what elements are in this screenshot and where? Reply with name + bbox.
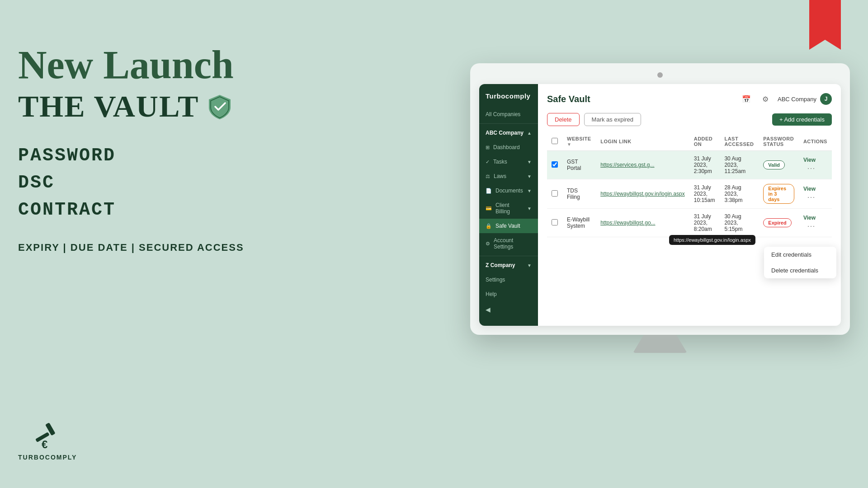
expiry-line: EXPIRY | DUE DATE | SECURED ACCESS [18,242,253,253]
row3-checkbox[interactable] [552,219,558,225]
features-list: Password Dsc Contract [18,142,253,224]
tasks-chevron-icon: ▼ [527,160,532,164]
row2-login-link[interactable]: https://ewaybillgst.gov.in/login.aspx [600,191,685,197]
calendar-icon[interactable]: 📅 [740,92,753,106]
sidebar-item-tasks[interactable]: ✓ Tasks ▼ [479,155,538,169]
status-badge-expires: Expires in 3 days [763,184,794,204]
sidebar-section-z[interactable]: Z Company ▼ [479,258,538,272]
row3-accessed: 30 Aug 2023, 5:15pm [720,209,759,237]
bookmark-ribbon [809,0,841,50]
row2-more-icon[interactable]: ⋯ [807,192,815,202]
vault-table: WEBSITE ▼ LOGIN LINK ADDED ON LAST ACCES… [547,132,832,237]
status-badge-valid: Valid [763,160,785,169]
main-panel: Safe Vault 📅 ⚙ ABC Company J Delete [538,84,841,326]
col-actions: ACTIONS [799,132,832,151]
row3-more-icon[interactable]: ⋯ [807,221,815,230]
col-login-link: LOGIN LINK [596,132,689,151]
table-header: WEBSITE ▼ LOGIN LINK ADDED ON LAST ACCES… [547,132,832,151]
row2-website: TDS Filing [562,179,596,209]
row1-actions: View ⋯ [799,151,832,179]
row2-added: 31 July 2023, 10:15am [689,179,720,209]
row2-checkbox[interactable] [552,190,558,197]
turbocomply-logo-icon: € [32,420,63,452]
sidebar-collapse-button[interactable]: ◀ [479,301,538,318]
tasks-label: Tasks [493,159,524,165]
screen: Turbocomply All Companies ABC Company ▲ … [470,63,850,335]
sidebar-item-dashboard[interactable]: ⊞ Dashboard [479,140,538,155]
add-credentials-button[interactable]: + Add credentials [772,113,832,126]
row2-status: Expires in 3 days [759,179,799,209]
tooltip: https://ewaybillgst.gov.in/login.aspx [669,235,755,245]
row2-link: https://ewaybillgst.gov.in/login.aspx [596,179,689,209]
billing-icon: 💳 [486,206,492,211]
headline2: THE VAULT [18,89,199,124]
row1-checkbox[interactable] [552,161,558,168]
row1-login-link[interactable]: https://services.gst.g... [600,162,654,168]
documents-icon: 📄 [486,188,492,194]
row1-added: 31 July 2023, 2:30pm [689,151,720,179]
row1-accessed: 30 Aug 2023, 11:25am [720,151,759,179]
company-badge: ABC Company J [778,93,832,105]
table-row: TDS Filing https://ewaybillgst.gov.in/lo… [547,179,832,209]
row1-checkbox-cell [547,151,562,179]
row2-accessed: 28 Aug 2023, 3:38pm [720,179,759,209]
context-edit-credentials[interactable]: Edit credentials [764,247,836,263]
context-delete-credentials[interactable]: Delete credentials [764,263,836,278]
feature-password: Password [18,142,253,169]
monitor-container: Turbocomply All Companies ABC Company ▲ … [470,63,850,353]
row3-added: 31 July 2023, 8:20am [689,209,720,237]
row1-website: GST Portal [562,151,596,179]
collapse-icon: ◀ [486,306,491,313]
status-badge-expired: Expired [763,218,791,227]
row1-more-icon[interactable]: ⋯ [807,164,815,173]
svg-text:€: € [42,438,47,450]
settings-label: Settings [486,277,532,283]
select-all-checkbox[interactable] [552,138,558,144]
sidebar-item-documents[interactable]: 📄 Documents ▼ [479,183,538,198]
sidebar-item-safe-vault[interactable]: 🔒 Safe Vault [479,219,538,233]
row3-login-link[interactable]: https://ewaybillgst.go... [600,220,655,226]
logo-container: € TURBOCOMPLY [18,420,77,461]
left-panel: New Launch THE VAULT Password Dsc Contra… [18,45,253,253]
gear-icon[interactable]: ⚙ [759,92,772,106]
tasks-icon: ✓ [486,159,490,165]
row2-view-button[interactable]: View [803,186,816,192]
row3-checkbox-cell [547,209,562,237]
laws-label: Laws [494,173,524,179]
row1-view-button[interactable]: View [803,157,816,163]
divider-2 [479,256,538,256]
laws-chevron-icon: ▼ [527,174,532,179]
help-label: Help [486,291,532,297]
sidebar-section-abc[interactable]: ABC Company ▲ [479,126,538,140]
settings-icon: ⚙ [486,241,490,247]
row2-actions: View ⋯ [799,179,832,209]
mark-expired-button[interactable]: Mark as expired [584,113,641,126]
row3-status: Expired [759,209,799,237]
company-name: ABC Company [778,96,816,103]
toolbar: Delete Mark as expired + Add credentials [547,113,832,126]
delete-button[interactable]: Delete [547,113,580,126]
table-row: E-Waybill System https://ewaybillgst.go.… [547,209,832,237]
sidebar-item-laws[interactable]: ⚖ Laws ▼ [479,169,538,183]
abc-company-label: ABC Company [486,130,524,136]
billing-chevron-icon: ▼ [527,206,532,211]
feature-dsc: Dsc [18,169,253,197]
screen-dot [657,72,663,78]
sidebar-item-help[interactable]: Help [479,287,538,301]
sidebar-item-all-companies[interactable]: All Companies [479,107,538,122]
client-billing-label: Client Billing [495,202,524,215]
safe-vault-label: Safe Vault [495,223,532,229]
documents-chevron-icon: ▼ [527,188,532,193]
sidebar-item-settings[interactable]: Settings [479,272,538,287]
table-body: GST Portal https://services.gst.g... 31 … [547,151,832,237]
abc-chevron-icon: ▲ [527,131,532,136]
app-window: Turbocomply All Companies ABC Company ▲ … [479,84,841,326]
documents-label: Documents [495,188,524,194]
row2-checkbox-cell [547,179,562,209]
col-last-accessed: LAST ACCESSED [720,132,759,151]
avatar: J [820,93,832,105]
vault-line: THE VAULT [18,89,253,124]
row3-view-button[interactable]: View [803,215,816,221]
sidebar-item-account-settings[interactable]: ⚙ Account Settings [479,233,538,254]
sidebar-item-client-billing[interactable]: 💳 Client Billing ▼ [479,198,538,219]
